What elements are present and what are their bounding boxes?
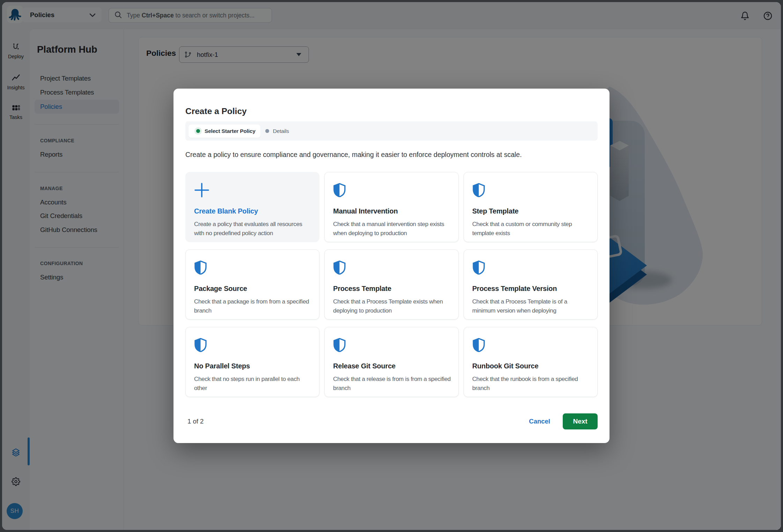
shield-icon	[333, 338, 346, 352]
shield-icon	[194, 261, 207, 275]
shield-icon	[194, 338, 207, 352]
card-package-source[interactable]: Package Source Check that a package is f…	[185, 249, 319, 320]
shield-icon	[333, 261, 346, 275]
plus-icon	[194, 182, 209, 198]
step-active-dot-icon	[196, 129, 200, 133]
step-select-starter-policy[interactable]: Select Starter Policy	[189, 125, 260, 138]
card-process-template[interactable]: Process Template Check that a Process Te…	[324, 249, 458, 320]
next-button[interactable]: Next	[563, 413, 598, 429]
modal-description: Create a policy to ensure compliance and…	[185, 150, 598, 159]
pagination-label: 1 of 2	[187, 418, 204, 425]
step-details[interactable]: Details	[265, 128, 289, 134]
cancel-button[interactable]: Cancel	[529, 418, 550, 425]
shield-icon	[472, 183, 485, 197]
card-no-parallel-steps[interactable]: No Parallel Steps Check that no steps ru…	[185, 327, 319, 397]
card-step-template[interactable]: Step Template Check that a custom or com…	[464, 172, 598, 242]
create-policy-modal: Create a Policy Select Starter Policy De…	[173, 89, 610, 443]
stepper: Select Starter Policy Details	[185, 121, 598, 141]
shield-icon	[333, 183, 346, 197]
step-upcoming-dot-icon	[265, 129, 269, 133]
shield-icon	[472, 338, 485, 352]
card-process-template-version[interactable]: Process Template Version Check that a Pr…	[464, 249, 598, 320]
card-manual-intervention[interactable]: Manual Intervention Check that a manual …	[324, 172, 458, 242]
modal-title: Create a Policy	[185, 106, 598, 117]
card-release-git-source[interactable]: Release Git Source Check that a release …	[324, 327, 458, 397]
modal-footer: 1 of 2 Cancel Next	[185, 413, 598, 429]
starter-policy-grid: Create Blank Policy Create a policy that…	[185, 172, 598, 397]
shield-icon	[472, 261, 485, 275]
card-runbook-git-source[interactable]: Runbook Git Source Check that the runboo…	[464, 327, 598, 397]
card-create-blank-policy[interactable]: Create Blank Policy Create a policy that…	[185, 172, 319, 242]
